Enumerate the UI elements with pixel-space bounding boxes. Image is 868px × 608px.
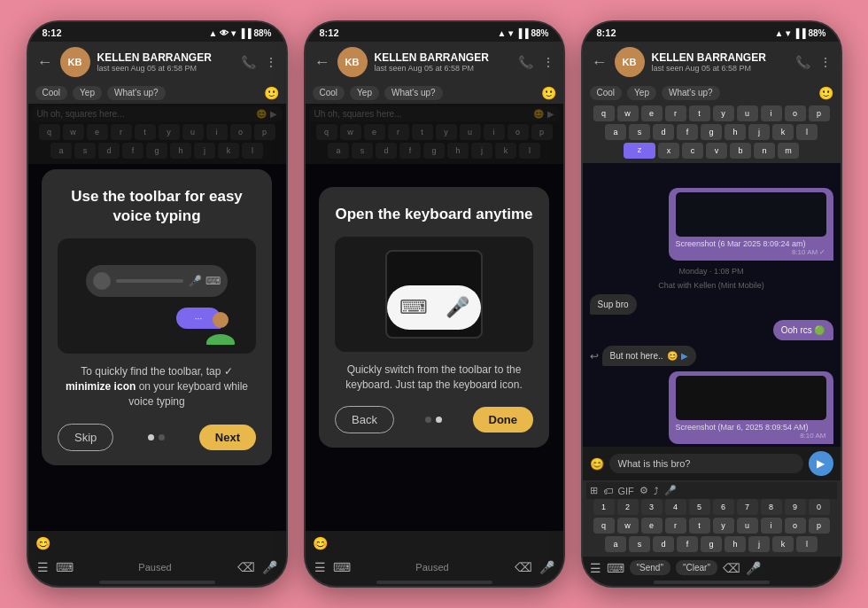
kb3-t[interactable]: t — [689, 518, 710, 534]
p3-k[interactable]: k — [772, 124, 794, 140]
p3-j[interactable]: j — [748, 124, 770, 140]
input-field-3[interactable]: What is this bro? — [609, 454, 803, 473]
p3-w[interactable]: w — [617, 105, 639, 121]
hamburger-icon-2[interactable]: ☰ — [314, 560, 326, 574]
backspace-icon-1[interactable]: ⌫ — [237, 560, 255, 574]
p3-r[interactable]: r — [665, 105, 686, 121]
p3-m[interactable]: m — [778, 143, 799, 159]
p3-p[interactable]: p — [809, 105, 830, 121]
p3-q[interactable]: q — [593, 105, 615, 121]
num-3-3[interactable]: 3 — [641, 499, 663, 515]
back-arrow-2[interactable]: ← — [314, 53, 330, 72]
grid-icon-3[interactable]: ⊞ — [590, 485, 598, 496]
kb3-q[interactable]: q — [593, 518, 615, 534]
p3-b[interactable]: b — [730, 143, 751, 159]
send-btn-3[interactable]: ▶ — [809, 451, 833, 476]
phone-icon-3[interactable]: 📞 — [795, 55, 810, 69]
translate-icon-3[interactable]: ⤴ — [654, 486, 659, 496]
send-quoted-btn[interactable]: "Send" — [630, 560, 670, 575]
p3-d[interactable]: d — [653, 124, 674, 140]
num-6-3[interactable]: 6 — [713, 499, 734, 515]
kb3-p[interactable]: p — [809, 518, 830, 534]
backspace-icon-2[interactable]: ⌫ — [515, 560, 532, 574]
p3-e[interactable]: e — [641, 105, 663, 121]
kb3-g[interactable]: g — [701, 536, 722, 552]
num-7-3[interactable]: 7 — [737, 499, 758, 515]
suggestion-whatsup-1[interactable]: What's up? — [107, 86, 166, 100]
phone-icon-2[interactable]: 📞 — [518, 55, 533, 69]
p3-o[interactable]: o — [785, 105, 806, 121]
more-icon-1[interactable]: ⋮ — [265, 55, 277, 69]
kb3-o[interactable]: o — [785, 518, 806, 534]
kb3-u[interactable]: u — [737, 518, 758, 534]
kb3-j[interactable]: j — [748, 536, 770, 552]
num-4-3[interactable]: 4 — [665, 499, 686, 515]
suggestion-whatsup-3[interactable]: What's up? — [662, 86, 720, 100]
suggestion-yep-1[interactable]: Yep — [73, 86, 102, 100]
num-2-3[interactable]: 2 — [617, 499, 639, 515]
emoji-icon-1[interactable]: 🙂 — [264, 86, 279, 100]
p3-i[interactable]: i — [761, 105, 782, 121]
num-1-3[interactable]: 1 — [593, 499, 615, 515]
kb3-d[interactable]: d — [653, 536, 674, 552]
kb3-a[interactable]: a — [605, 536, 626, 552]
settings-icon-3[interactable]: ⚙ — [639, 485, 648, 496]
more-icon-3[interactable]: ⋮ — [819, 55, 832, 69]
p3-x[interactable]: x — [658, 143, 679, 159]
p3-c[interactable]: c — [682, 143, 703, 159]
kb3-i[interactable]: i — [761, 518, 782, 534]
num-0-3[interactable]: 0 — [809, 499, 830, 515]
emoji-input-icon-2[interactable]: 😊 — [313, 536, 328, 550]
kb3-y[interactable]: y — [713, 518, 734, 534]
keyboard-toggle-1[interactable]: ⌨ — [56, 560, 74, 574]
num-9-3[interactable]: 9 — [785, 499, 806, 515]
kb3-w[interactable]: w — [617, 518, 639, 534]
num-5-3[interactable]: 5 — [689, 499, 710, 515]
backspace-icon-3[interactable]: ⌫ — [723, 561, 740, 575]
mic-toolbar-3[interactable]: 🎤 — [664, 485, 677, 496]
more-icon-2[interactable]: ⋮ — [542, 55, 554, 69]
emoji-icon-2[interactable]: 🙂 — [541, 86, 556, 100]
mic-bottom-3[interactable]: 🎤 — [746, 561, 761, 575]
kb3-f[interactable]: f — [677, 536, 698, 552]
p3-u[interactable]: u — [737, 105, 758, 121]
sticker-icon-3[interactable]: 🏷 — [603, 486, 613, 496]
mic-bottom-1[interactable]: 🎤 — [262, 560, 277, 574]
suggestion-cool-2[interactable]: Cool — [313, 86, 345, 100]
p3-t[interactable]: t — [689, 105, 710, 121]
emoji-input-icon-1[interactable]: 😊 — [35, 536, 50, 550]
phone-icon-1[interactable]: 📞 — [241, 55, 256, 69]
skip-button[interactable]: Skip — [58, 424, 113, 451]
keyboard-toggle-2[interactable]: ⌨ — [333, 560, 351, 574]
p3-y[interactable]: y — [713, 105, 734, 121]
kb3-h[interactable]: h — [725, 536, 746, 552]
num-8-3[interactable]: 8 — [761, 499, 782, 515]
next-button[interactable]: Next — [199, 425, 256, 450]
suggestion-whatsup-2[interactable]: What's up? — [384, 86, 443, 100]
done-button[interactable]: Done — [473, 407, 534, 433]
p3-s[interactable]: s — [629, 124, 650, 140]
p3-v[interactable]: v — [706, 143, 727, 159]
keyboard-toggle-3[interactable]: ⌨ — [607, 561, 624, 575]
p3-g[interactable]: g — [701, 124, 722, 140]
p3-l[interactable]: l — [796, 124, 818, 140]
kb3-k[interactable]: k — [772, 536, 794, 552]
back-button[interactable]: Back — [335, 406, 394, 433]
suggestion-yep-3[interactable]: Yep — [627, 86, 656, 100]
emoji-input-3[interactable]: 😊 — [590, 457, 604, 471]
kb3-l[interactable]: l — [796, 536, 818, 552]
back-arrow-1[interactable]: ← — [37, 53, 53, 72]
gif-icon-3[interactable]: GIF — [618, 486, 634, 496]
back-arrow-3[interactable]: ← — [592, 53, 608, 72]
p3-n[interactable]: n — [754, 143, 775, 159]
suggestion-cool-3[interactable]: Cool — [590, 86, 623, 100]
kb3-r[interactable]: r — [665, 518, 686, 534]
kb3-e[interactable]: e — [641, 518, 663, 534]
hamburger-icon-3[interactable]: ☰ — [590, 561, 601, 575]
p3-f[interactable]: f — [677, 124, 698, 140]
p3-a[interactable]: a — [605, 124, 626, 140]
p3-h[interactable]: h — [725, 124, 746, 140]
kb3-s[interactable]: s — [629, 536, 650, 552]
clear-quoted-btn[interactable]: "Clear" — [676, 560, 717, 575]
suggestion-yep-2[interactable]: Yep — [350, 86, 379, 100]
